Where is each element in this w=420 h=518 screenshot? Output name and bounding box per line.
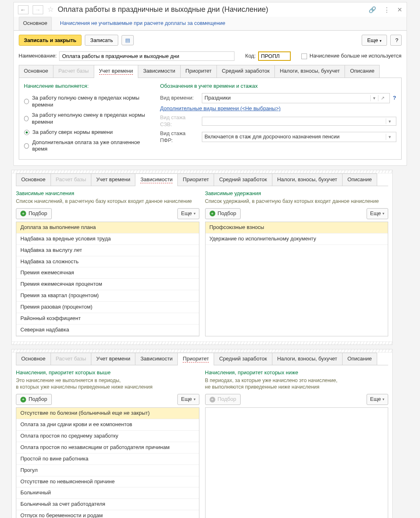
dep-tab-uchet[interactable]: Учет времени xyxy=(91,173,135,186)
radio-option[interactable]: За работу неполную смену в пределах норм… xyxy=(24,110,150,127)
tab-sredniy-zarabotok[interactable]: Средний заработок xyxy=(217,65,275,78)
prio-high-sub: Это начисление не выполняется в периоды,… xyxy=(16,377,199,391)
vid-vremeni-select[interactable]: Праздники ▾↗ xyxy=(202,93,390,103)
extra-time-types-link[interactable]: Дополнительные виды времени (<Не выбраны… xyxy=(160,105,281,112)
list-item[interactable]: Удержание по исполнительному документу xyxy=(206,233,388,245)
prio-tab-uchet[interactable]: Учет времени xyxy=(91,353,135,365)
list-item[interactable]: Премия разовая (процентом) xyxy=(16,302,199,313)
list-item[interactable]: Доплата за выполнение плана xyxy=(16,222,199,233)
list-item[interactable]: Надбавка за сложность xyxy=(16,256,199,268)
podbor-button-dep-left[interactable]: + Подбор xyxy=(16,208,52,219)
unused-checkbox[interactable] xyxy=(301,53,307,59)
list-item[interactable]: Районный коэффициент xyxy=(16,313,199,325)
pfr-label: Вид стажа ПФР: xyxy=(160,130,199,144)
save-close-button[interactable]: Записать и закрыть xyxy=(19,35,82,46)
tab-zavisimosti[interactable]: Зависимости xyxy=(138,65,181,78)
podbor-button-prio-right[interactable]: + Подбор xyxy=(205,394,241,405)
radio-option[interactable]: За работу полную смену в пределах нормы … xyxy=(24,93,150,110)
list-item[interactable]: Премия за квартал (процентом) xyxy=(16,290,199,302)
list-item[interactable]: Простой по вине работника xyxy=(16,454,199,465)
back-button[interactable]: ← xyxy=(18,5,29,14)
list-item[interactable]: Премия ежемесячная процентом xyxy=(16,279,199,290)
code-input[interactable] xyxy=(258,51,291,61)
tab-osnovnoe[interactable]: Основное xyxy=(19,65,54,78)
main-tab-osnovnoe[interactable]: Основное xyxy=(19,17,52,30)
dep-tab-sredniy[interactable]: Средний заработок xyxy=(214,173,272,186)
list-item[interactable]: Северная надбавка xyxy=(16,325,199,336)
list-item[interactable]: Отсутствие по болезни (больничный еще не… xyxy=(16,408,199,419)
tab-nalogi[interactable]: Налоги, взносы, бухучет xyxy=(274,65,345,78)
plus-icon: + xyxy=(210,397,215,402)
radio-icon xyxy=(24,130,29,135)
list-item[interactable]: Профсоюзные взносы xyxy=(206,222,388,233)
podbor-button-dep-right[interactable]: + Подбор xyxy=(205,208,241,219)
kebab-icon[interactable]: ⋮ xyxy=(384,6,390,14)
dep-tab-zavisimosti[interactable]: Зависимости xyxy=(135,173,178,186)
prio-tab-osnovnoe[interactable]: Основное xyxy=(16,353,51,365)
forward-button[interactable]: → xyxy=(33,5,43,14)
dep-tab-raschet[interactable]: Расчет базы xyxy=(51,173,92,186)
list-item[interactable]: Оплата простоя по независящим от работод… xyxy=(16,442,199,454)
list-item[interactable]: Надбавка за вредные условия труда xyxy=(16,233,199,245)
time-desig-header: Обозначения в учете времени и стажах xyxy=(160,83,396,90)
vid-vremeni-label: Вид времени: xyxy=(160,95,199,102)
dep-tab-osnovnoe[interactable]: Основное xyxy=(16,173,51,186)
prio-low-list[interactable] xyxy=(205,407,389,518)
tab-opisanie[interactable]: Описание xyxy=(345,65,380,78)
prio-tab-prioritet[interactable]: Приоритет xyxy=(177,353,214,365)
more-button-dep-left[interactable]: Еще▾ xyxy=(177,208,199,219)
dep-deductions-list[interactable]: Профсоюзные взносыУдержание по исполните… xyxy=(205,222,389,336)
pfr-value: Включается в стаж для досрочного назначе… xyxy=(205,133,340,140)
radio-option[interactable]: За работу сверх нормы времени xyxy=(24,127,150,138)
tab-prioritet[interactable]: Приоритет xyxy=(180,65,217,78)
radio-icon xyxy=(24,143,29,149)
szv-select[interactable]: ▾ xyxy=(202,117,396,126)
more-button-prio-right[interactable]: Еще▾ xyxy=(367,394,388,405)
help-icon[interactable]: ? xyxy=(393,95,396,102)
prio-low-sub: В периодах, за которые уже начислено это… xyxy=(205,377,389,391)
prio-tab-raschet[interactable]: Расчет базы xyxy=(51,353,92,365)
main-tab-accruals[interactable]: Начисления не учитываемые при расчете до… xyxy=(58,17,227,30)
prio-tab-opisanie[interactable]: Описание xyxy=(342,353,377,365)
prio-tab-zavisimosti[interactable]: Зависимости xyxy=(135,353,178,365)
podbor-button-prio-left[interactable]: + Подбор xyxy=(16,394,52,405)
more-button-prio-left[interactable]: Еще▾ xyxy=(177,394,199,405)
list-item[interactable]: Оплата за дни сдачи крови и ее компонент… xyxy=(16,419,199,431)
tab-uchet-vremeni[interactable]: Учет времени xyxy=(94,65,138,78)
more-button-dep-right[interactable]: Еще▾ xyxy=(367,208,388,219)
tab-raschet-bazy[interactable]: Расчет базы xyxy=(53,65,94,78)
prio-tabs: Основное Расчет базы Учет времени Зависи… xyxy=(16,353,388,365)
prio-high-list[interactable]: Отсутствие по болезни (больничный еще не… xyxy=(16,407,199,518)
vid-vremeni-value: Праздники xyxy=(205,95,231,102)
name-input[interactable] xyxy=(59,51,234,61)
list-item[interactable]: Отпуск по беременности и родам xyxy=(16,510,199,518)
list-item[interactable]: Премия ежемесячная xyxy=(16,267,199,279)
close-icon[interactable]: ✕ xyxy=(397,6,402,14)
section-tabs: Основное Расчет базы Учет времени Зависи… xyxy=(19,65,402,78)
dep-tab-prioritet[interactable]: Приоритет xyxy=(177,173,214,186)
more-button[interactable]: Еще ▾ xyxy=(362,35,387,46)
list-item[interactable]: Отсутствие по невыясненной причине xyxy=(16,476,199,488)
radio-option[interactable]: Дополнительная оплата за уже оплаченное … xyxy=(24,138,150,155)
save-button[interactable]: Записать xyxy=(85,35,118,46)
prio-tab-sredniy[interactable]: Средний заработок xyxy=(214,353,272,365)
link-icon[interactable]: 🔗 xyxy=(369,6,376,14)
help-button[interactable]: ? xyxy=(390,35,402,46)
prio-low-header: Начисления, приоритет которых ниже xyxy=(205,369,389,376)
prio-tab-nalogi[interactable]: Налоги, взносы, бухучет xyxy=(272,353,343,365)
dep-accruals-list[interactable]: Доплата за выполнение планаНадбавка за в… xyxy=(16,222,199,336)
star-icon[interactable]: ☆ xyxy=(47,5,54,14)
radio-label: За работу полную смену в пределах нормы … xyxy=(32,95,150,109)
list-item[interactable]: Больничный xyxy=(16,487,199,499)
plus-icon: + xyxy=(20,211,26,216)
name-label: Наименование: xyxy=(19,53,57,60)
report-icon-button[interactable]: ▤ xyxy=(122,35,134,45)
pfr-select[interactable]: Включается в стаж для досрочного назначе… xyxy=(202,132,396,142)
list-item[interactable]: Оплата простоя по среднему заработку xyxy=(16,431,199,442)
list-item[interactable]: Больничный за счет работодателя xyxy=(16,499,199,510)
list-item[interactable]: Надбавка за выслугу лет xyxy=(16,245,199,256)
accrual-performed-header: Начисление выполняется: xyxy=(24,83,150,90)
list-item[interactable]: Прогул xyxy=(16,465,199,476)
dep-tab-nalogi[interactable]: Налоги, взносы, бухучет xyxy=(272,173,343,186)
dep-tab-opisanie[interactable]: Описание xyxy=(342,173,377,186)
